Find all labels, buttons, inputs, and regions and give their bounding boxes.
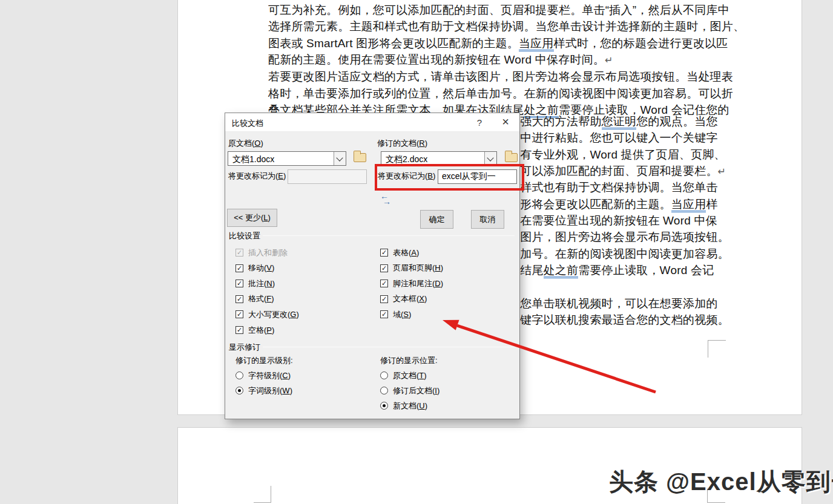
grammar-underlined-text: 当应用 — [671, 198, 706, 212]
document-line: 若要更改图片适应文档的方式，请单击该图片，图片旁边将会显示布局选项按钮。当处理表 — [268, 68, 745, 85]
text-run: 样 — [706, 198, 717, 211]
ok-button[interactable]: 确定 — [420, 210, 453, 229]
checkbox-label: 文本框(X) — [393, 293, 427, 304]
checkmark-icon: ✓ — [235, 310, 243, 318]
open-folder-icon[interactable] — [505, 153, 518, 162]
text-run: 具有专业外观，Word 提供了页眉、页脚、 — [509, 148, 726, 161]
compare-setting-checkbox[interactable]: ✓格式(F) — [235, 294, 274, 304]
document-line-fragment: 关键字以联机搜索最适合您的文档的视频。 — [509, 313, 729, 326]
show-revisions-group-label: 显示修订 — [229, 342, 260, 353]
word-compare-screenshot: 可互为补充。例如，您可以添加匹配的封面、页眉和提要栏。单击“插入”，然后从不同库… — [0, 0, 833, 504]
group-separator-line — [263, 347, 515, 347]
chevron-down-icon[interactable] — [334, 152, 346, 165]
compare-setting-checkbox[interactable]: ✓空格(P) — [235, 325, 274, 335]
compare-setting-checkbox[interactable]: ✓页眉和页脚(H) — [380, 263, 443, 273]
radio-option[interactable]: 原文档(T) — [380, 370, 427, 381]
checkmark-icon: ✓ — [235, 264, 243, 272]
checkbox-label: 页眉和页脚(H) — [393, 263, 443, 273]
original-document-label: 原文档(O) — [228, 138, 263, 149]
compare-setting-checkbox[interactable]: ✓脚注和尾注(D) — [380, 278, 443, 289]
text-run: 和样式也有助于文档保持协调。当您单击 — [509, 181, 718, 194]
compare-setting-checkbox[interactable]: ✓大小写更改(G) — [235, 309, 299, 319]
text-run: 若要更改图片适应文档的方式，请单击该图片，图片旁边将会显示布局选项按钮。当处理表 — [268, 70, 733, 83]
text-run: 击加号。在新的阅读视图中阅读更加容易。 — [509, 247, 729, 260]
red-highlight-annotation — [375, 164, 524, 191]
paragraph-mark: ↵ — [605, 55, 613, 65]
text-run: 码中进行粘贴。您也可以键入一个关键字 — [509, 131, 718, 144]
document-text: 可互为补充。例如，您可以添加匹配的封面、页眉和提要栏。单击“插入”，然后从不同库… — [268, 2, 745, 118]
compare-setting-checkbox[interactable]: ✓移动(V) — [235, 263, 274, 273]
swap-arrows-icon: ← → — [380, 194, 398, 204]
original-document-combobox[interactable]: 文档1.docx — [228, 151, 346, 166]
document-line: 格时，单击要添加行或列的位置，然后单击加号。在新的阅读视图中阅读更加容易。可以折 — [268, 85, 745, 102]
text-run: 您的观点。当您 — [636, 115, 717, 128]
document-line-fragment: 当您单击联机视频时，可以在想要添加的 — [509, 297, 718, 310]
radio-icon — [380, 371, 388, 379]
dialog-titlebar[interactable]: 比较文档 ? × — [225, 113, 519, 132]
radio-option[interactable]: 修订后文档(I) — [380, 385, 440, 396]
checkbox-label: 格式(F) — [248, 293, 274, 304]
document-line: 图表或 SmartArt 图形将会更改以匹配新的主题。当应用样式时，您的标题会进… — [268, 35, 745, 51]
document-line-fragment: 用在需要位置出现的新按钮在 Word 中保 — [509, 214, 717, 227]
document-line-fragment: 和样式也有助于文档保持协调。当您单击 — [509, 181, 718, 194]
radio-icon — [380, 387, 388, 394]
document-line-fragment: 到结尾处之前需要停止读取，Word 会记 — [509, 264, 714, 277]
revised-document-label: 修订的文档(R) — [377, 138, 427, 149]
document-line-fragment: 能强大的方法帮助您证明您的观点。当您 — [509, 115, 718, 128]
less-button[interactable]: << 更少(L) — [227, 209, 277, 227]
compare-setting-checkbox[interactable]: ✓文本框(X) — [380, 294, 427, 304]
document-line-fragment: 您可以添加匹配的封面、页眉和提要栏。↵ — [509, 165, 726, 178]
paragraph-mark: ↵ — [718, 166, 726, 177]
text-run: 关键字以联机搜索最适合您的文档的视频。 — [509, 313, 729, 326]
compare-setting-checkbox[interactable]: ✓域(S) — [380, 309, 411, 319]
document-line-fragment: 码中进行粘贴。您也可以键入一个关键字 — [509, 131, 718, 144]
open-folder-icon[interactable] — [354, 153, 366, 162]
text-run: 样式时，您的标题会进行更改以匹 — [554, 37, 728, 50]
compare-documents-dialog: 比较文档 ? × 原文档(O) 文档1.docx 修订的文档(R) 文档2.do… — [225, 113, 520, 419]
group-separator-line — [263, 235, 515, 236]
checkbox-label: 插入和删除 — [248, 247, 288, 258]
compare-setting-checkbox[interactable]: ✓批注(N) — [235, 278, 275, 289]
radio-option[interactable]: 字符级别(C) — [235, 370, 291, 381]
radio-option[interactable]: 字词级别(W) — [235, 385, 292, 396]
radio-icon — [235, 387, 243, 394]
checkbox-label: 移动(V) — [248, 263, 274, 273]
chevron-down-icon[interactable] — [484, 152, 496, 165]
checkmark-icon: ✓ — [380, 249, 388, 257]
text-run: 您可以添加匹配的封面、页眉和提要栏。 — [509, 165, 718, 177]
document-line-fragment: 击加号。在新的阅读视图中阅读更加容易。 — [509, 247, 729, 260]
document-line: 可互为补充。例如，您可以添加匹配的封面、页眉和提要栏。单击“插入”，然后从不同库… — [268, 2, 745, 18]
cancel-button[interactable]: 取消 — [471, 210, 504, 229]
checkbox-label: 域(S) — [393, 309, 411, 320]
text-run: 当您单击联机视频时，可以在想要添加的 — [509, 297, 718, 310]
radio-label: 字词级别(W) — [248, 385, 292, 396]
checkmark-icon: ✓ — [235, 249, 243, 257]
text-run: 选择所需元素。主题和样式也有助于文档保持协调。当您单击设计并选择新的主题时，图片… — [268, 20, 745, 33]
text-run: 用在需要位置出现的新按钮在 Word 中保 — [509, 214, 717, 227]
document-line-fragment: 该图片，图片旁边将会显示布局选项按钮。 — [509, 231, 729, 243]
watermark-text: 头条 @Excel从零到一 — [609, 465, 833, 499]
document-line: 配新的主题。使用在需要位置出现的新按钮在 Word 中保存时间。↵ — [268, 51, 745, 68]
grammar-underlined-text: 处之前 — [544, 264, 579, 278]
checkbox-label: 批注(N) — [248, 278, 275, 289]
checkmark-icon: ✓ — [235, 295, 243, 303]
grammar-underlined-text: 当应用 — [519, 37, 554, 51]
text-run: 能强大的方法帮助 — [509, 115, 602, 128]
help-icon[interactable]: ? — [473, 117, 486, 128]
radio-option[interactable]: 新文档(U) — [380, 401, 427, 411]
compare-settings-group-label: 比较设置 — [229, 231, 260, 241]
checkmark-icon: ✓ — [380, 310, 388, 318]
document-line-fragment: 具有专业外观，Word 提供了页眉、页脚、 — [509, 148, 726, 161]
original-document-value: 文档1.docx — [232, 154, 274, 165]
compare-setting-checkbox[interactable]: ✓表格(A) — [380, 247, 419, 258]
text-run: 需要停止读取，Word 会记住您的 — [559, 103, 729, 116]
radio-icon — [380, 402, 388, 410]
close-icon[interactable]: × — [498, 115, 513, 129]
text-run: 可互为补充。例如，您可以添加匹配的封面、页眉和提要栏。单击“插入”，然后从不同库… — [268, 4, 729, 16]
checkbox-label: 空格(P) — [248, 325, 274, 336]
radio-icon — [235, 371, 243, 379]
radio-label: 新文档(U) — [393, 401, 427, 411]
radio-label: 修订后文档(I) — [393, 385, 440, 396]
checkbox-label: 大小写更改(G) — [248, 309, 299, 320]
text-boundary-mark — [708, 340, 726, 358]
